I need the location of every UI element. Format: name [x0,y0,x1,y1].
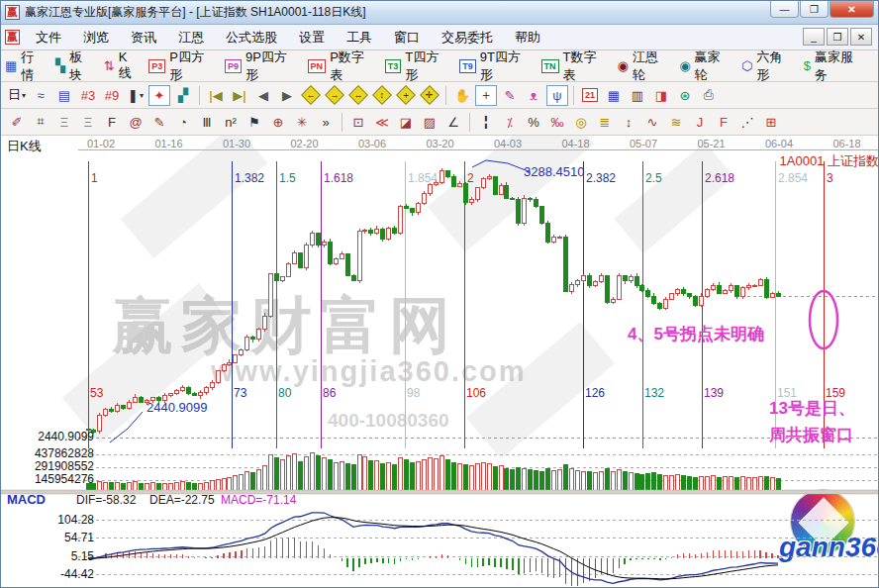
hatch-box-icon[interactable]: ▨ [419,112,440,133]
first-bar-icon[interactable]: |◀ [205,85,227,106]
kline-chart-svg[interactable] [1,136,879,588]
diamond-vspan-icon[interactable]: ↕ [371,85,393,106]
notes-icon[interactable]: ▥ [627,85,648,106]
tb-quotes[interactable]: ▦行情 [5,49,46,84]
n-square-icon[interactable]: n² [220,112,242,133]
tb-9p-square-label: 9P四方形 [245,49,298,84]
histogram-icon[interactable]: ▞ [172,85,194,106]
tb-gann-wheel[interactable]: ◉江恩轮 [618,49,670,84]
tb-kline[interactable]: ⇅K线 [104,49,139,82]
diamond-all-icon[interactable]: ✛ [419,85,440,106]
tb-sectors-icon: ▚ [55,58,65,73]
diamond-left-icon[interactable]: ← [300,85,322,106]
menu-browse[interactable]: 浏览 [72,26,120,49]
starburst-icon[interactable]: ✳ [291,112,313,133]
minimize-button[interactable]: — [770,1,799,18]
target-icon[interactable]: ⊕ [267,112,289,133]
comb-icon[interactable]: Ⅲ [196,112,218,133]
bars-3-icon[interactable]: #3 [77,85,99,106]
chart-area[interactable]: 赢家财富网 www.yingjia360.com 400-10080360 日K… [1,136,879,588]
angle-lines-icon[interactable]: ∠ [442,112,464,133]
brain-icon[interactable]: ψ [546,85,568,106]
menu-help[interactable]: 帮助 [504,26,551,49]
more-tools-chevron[interactable]: » [315,112,337,133]
child-minimize-button[interactable]: _ [803,28,825,46]
tb-t-square-label: T四方形 [405,49,449,84]
gold-lines-icon[interactable]: ≣ [594,112,616,133]
network-icon[interactable]: ⊛ [674,85,696,106]
gann-tool-icon[interactable]: ✦ [148,85,170,106]
maximize-button[interactable]: ❐ [800,1,829,18]
crosshair-tool-icon[interactable]: ＋ [475,85,497,106]
prev-bar-icon[interactable]: ◀ [252,85,274,106]
menu-news[interactable]: 资讯 [120,26,167,49]
bars-9-icon[interactable]: #9 [101,85,123,106]
next-bar-icon[interactable]: ▶ [276,85,298,106]
percent-line-icon[interactable]: ⁒ [499,112,521,133]
period-day-dropdown[interactable]: 日▾ [6,85,28,106]
title-bar[interactable]: 赢 赢家江恩专业版[赢家服务平台] - [上证指数 SH1A0001-118日K… [1,1,878,25]
brush-tool-icon[interactable]: ✐ [6,112,28,133]
flag-angle-icon[interactable]: ⚑ [244,112,265,133]
menu-tools[interactable]: 工具 [336,26,383,49]
candle-type-dropdown[interactable]: ❚▾ [125,85,146,106]
tb-9p-square[interactable]: P99P四方形 [225,49,298,84]
menu-settings[interactable]: 设置 [288,26,336,49]
hand-tool-icon[interactable]: ✋ [451,85,473,106]
printer-icon[interactable]: ⎙ [698,85,720,106]
fan-box-icon[interactable]: ◪ [395,112,417,133]
save-icon[interactable]: ◨ [650,85,672,106]
gann-grid-icon[interactable]: ⌗ [30,112,51,133]
child-close-button[interactable]: ✕ [850,28,872,46]
tb-hexagon[interactable]: ⬡六角形 [741,49,794,84]
menu-trade[interactable]: 交易委托 [431,26,504,49]
app-logo-icon: 赢 [5,5,20,20]
zigzag-icon[interactable]: ≈ [30,85,51,106]
candle-marker-icon[interactable]: ↕ [618,112,639,133]
grid-box-icon[interactable]: ⊡ [347,112,369,133]
navigation-toolbar: 日▾≈▤#3#9❚▾✦▞|◀▶|◀▶←→↔↕＋✛✋＋✎ᴥψ21▦▥◨⊛⎙ [1,82,878,109]
tb-p-square[interactable]: P3P四方形 [148,49,215,84]
percent-icon[interactable]: % [523,112,544,133]
tb-sectors[interactable]: ▚板块 [55,49,94,84]
toolbar-separator [199,86,200,105]
tb-t-square[interactable]: T3T四方形 [385,49,449,84]
tb-t-table[interactable]: TNT数字表 [541,49,608,84]
diamond-right-icon[interactable]: → [324,85,345,106]
wave-icon[interactable]: ∿ [641,112,663,133]
menu-file[interactable]: 文件 [25,26,72,49]
speed-line-icon[interactable]: ⋰ [736,112,758,133]
pen-ruler-icon[interactable]: ✎ [148,112,170,133]
gold-channel-icon[interactable]: ≋ [665,112,687,133]
diamond-hspan-icon[interactable]: ↔ [347,85,369,106]
spiral-icon[interactable]: @ [125,112,146,133]
fan-lines-icon[interactable]: ≪ [371,112,393,133]
tb-9t-square[interactable]: T99T四方形 [459,49,531,84]
main-toolbar: ▦行情▚板块⇅K线P3P四方形P99P四方形PNP数字表T3T四方形T99T四方… [1,50,878,82]
f-line-icon[interactable]: F [713,112,734,133]
gold-split2-icon[interactable]: Ξ [77,112,99,133]
tb-p-table[interactable]: PNP数字表 [308,49,375,84]
diamond-cross-icon[interactable]: ＋ [395,85,417,106]
time-circle-icon[interactable]: ◔ [172,112,194,133]
fibonacci-icon[interactable]: F [101,112,123,133]
last-bar-icon[interactable]: ▶| [229,85,250,106]
four-split-icon[interactable]: ⊞ [760,112,782,133]
menu-formula-stockpick[interactable]: 公式选股 [215,26,288,49]
menu-gann[interactable]: 江恩 [167,26,215,49]
percent-level-icon[interactable]: ‰ [546,112,568,133]
calendar-icon[interactable]: 21 [579,85,601,106]
j-line-icon[interactable]: J [689,112,711,133]
pig-icon[interactable]: ᴥ [523,85,544,106]
gold-circle-icon[interactable]: ◎ [570,112,592,133]
close-button[interactable]: ✕ [830,1,874,18]
info-document-icon[interactable]: ▤ [53,85,75,106]
gold-split-icon[interactable]: Ξ [53,112,75,133]
calculator-icon[interactable]: ▦ [603,85,625,106]
tb-winner-wheel[interactable]: ◉赢家轮 [679,49,732,84]
annotate-tool-icon[interactable]: ✎ [499,85,521,106]
menu-window[interactable]: 窗口 [383,26,431,49]
child-restore-button[interactable]: ❐ [827,28,848,46]
tb-service[interactable]: $赢家服务 [804,49,864,84]
price-bars-icon[interactable]: ╏ [475,112,497,133]
